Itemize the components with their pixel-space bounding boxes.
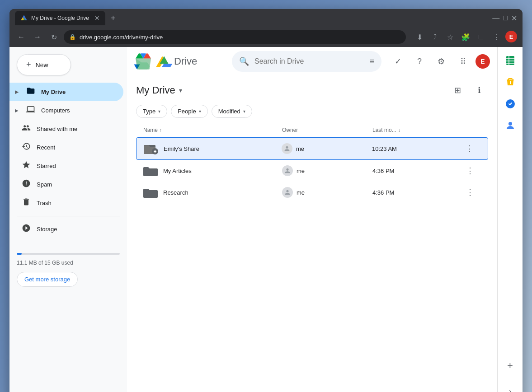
modified-column-header[interactable]: Last mo... ↓ <box>372 127 463 133</box>
app-name: Drive <box>174 56 197 67</box>
file-name-cell: Emily's Share <box>144 141 282 156</box>
collapse-sidebar-button[interactable]: › <box>500 381 520 392</box>
minimize-button[interactable]: — <box>492 14 499 23</box>
drive-logo-group: Drive <box>156 54 197 69</box>
svg-rect-2 <box>506 56 514 65</box>
address-bar[interactable]: 🔒 drive.google.com/drive/my-drive <box>64 30 406 44</box>
extensions-icon[interactable]: 🧩 <box>459 31 472 43</box>
file-name-cell: My Articles <box>143 163 282 178</box>
sidebar-item-starred[interactable]: Starred <box>9 157 123 175</box>
new-button[interactable]: + New <box>17 54 71 75</box>
apps-icon[interactable]: ⠿ <box>454 52 472 70</box>
app-header: Drive 🔍 ≡ ✓ ? ⚙ ⠿ E <box>127 47 497 76</box>
file-name-text: Emily's Share <box>164 145 199 152</box>
people-filter-label: People <box>178 108 196 115</box>
add-apps-button[interactable]: + <box>500 356 520 376</box>
back-button[interactable]: ← <box>15 31 28 43</box>
search-icon: 🔍 <box>239 56 249 66</box>
sidebar-item-storage[interactable]: Storage <box>9 220 123 238</box>
search-box[interactable]: 🔍 ≡ <box>232 51 381 72</box>
file-name-cell: Research <box>143 185 282 200</box>
spam-label: Spam <box>37 181 52 188</box>
type-filter-button[interactable]: Type ▾ <box>136 105 167 118</box>
more-options-button[interactable]: ⋮ <box>463 185 477 200</box>
close-button[interactable]: ✕ <box>511 14 517 23</box>
storage-icon <box>21 224 31 235</box>
menu-icon[interactable]: ⋮ <box>490 31 503 43</box>
name-col-label: Name <box>143 127 158 133</box>
get-storage-button[interactable]: Get more storage <box>17 272 78 287</box>
bookmark-icon[interactable]: ☆ <box>444 31 457 43</box>
shared-icon <box>21 123 31 135</box>
grid-view-button[interactable]: ⊞ <box>448 81 466 99</box>
title-dropdown-icon[interactable]: ▾ <box>179 87 182 94</box>
table-row[interactable]: Emily's Share me 10:23 AM ⋮ <box>136 137 488 160</box>
filter-row: Type ▾ People ▾ Modified ▾ <box>136 105 488 123</box>
sidebar-item-computers[interactable]: ▶ Computers <box>9 101 123 120</box>
sidebar-item-recent[interactable]: Recent <box>9 138 123 157</box>
refresh-button[interactable]: ↻ <box>47 31 60 43</box>
toolbar-actions: ⬇ ⤴ ☆ 🧩 □ ⋮ E <box>413 31 517 43</box>
forward-button[interactable]: → <box>31 31 44 43</box>
modified-filter-button[interactable]: Modified ▾ <box>212 105 252 118</box>
owner-column-header[interactable]: Owner <box>282 127 372 133</box>
search-input[interactable] <box>254 57 364 65</box>
sidebar-item-shared[interactable]: Shared with me <box>9 120 123 138</box>
starred-label: Starred <box>37 163 56 169</box>
people-filter-button[interactable]: People ▾ <box>171 105 207 118</box>
owner-text: me <box>297 189 305 196</box>
maximize-button[interactable]: □ <box>503 14 508 23</box>
file-name-text: My Articles <box>163 168 192 174</box>
window-controls: — □ ✕ <box>492 14 517 23</box>
sidebar-item-trash[interactable]: Trash <box>9 194 123 212</box>
shared-label: Shared with me <box>37 126 77 132</box>
owner-col-label: Owner <box>282 127 298 133</box>
tasks-icon-button[interactable] <box>500 94 520 114</box>
more-options-button[interactable]: ⋮ <box>462 141 477 156</box>
owner-cell: me <box>282 187 372 198</box>
tab-favicon <box>20 14 28 22</box>
user-avatar[interactable]: E <box>476 54 490 69</box>
modified-filter-arrow: ▾ <box>243 109 245 114</box>
table-row[interactable]: Research me 4:36 PM ⋮ <box>136 182 488 203</box>
name-sort-icon: ↑ <box>160 128 162 133</box>
search-filter-icon[interactable]: ≡ <box>369 57 374 66</box>
new-button-label: New <box>36 61 48 69</box>
page-title-text: My Drive <box>136 84 175 96</box>
storage-bar-fill <box>17 253 22 255</box>
tab-close-button[interactable]: ✕ <box>94 14 100 22</box>
browser-tab[interactable]: My Drive - Google Drive ✕ <box>15 11 105 25</box>
folder-icon <box>143 185 158 200</box>
new-tab-button[interactable]: + <box>111 14 116 23</box>
sidebar-divider <box>17 216 120 216</box>
name-column-header[interactable]: Name ↑ <box>143 127 282 133</box>
help-icon[interactable]: ? <box>410 52 428 70</box>
keep-icon-button[interactable] <box>500 72 520 92</box>
sidebar-toggle-icon[interactable]: □ <box>475 31 487 43</box>
share-icon[interactable]: ⤴ <box>428 31 441 43</box>
right-sidebar: + › <box>497 47 523 392</box>
contacts-icon-button[interactable] <box>500 116 520 135</box>
new-plus-icon: + <box>26 60 31 70</box>
table-row[interactable]: My Articles me 4:36 PM ⋮ <box>136 160 488 182</box>
expand-icon-computers: ▶ <box>15 108 19 113</box>
storage-bar-background <box>17 253 120 255</box>
sheets-icon-button[interactable] <box>500 51 520 70</box>
svg-point-8 <box>508 122 512 126</box>
info-button[interactable]: ℹ <box>470 81 488 99</box>
check-circle-icon[interactable]: ✓ <box>389 52 407 70</box>
sidebar-item-spam[interactable]: Spam <box>9 175 123 194</box>
file-name-text: Research <box>163 189 188 196</box>
more-options-button[interactable]: ⋮ <box>463 163 477 178</box>
folder-icon <box>143 163 158 178</box>
drive-logo: Drive <box>134 52 225 70</box>
view-controls: ⊞ ℹ <box>448 81 488 99</box>
browser-titlebar: My Drive - Google Drive ✕ + — □ ✕ <box>9 9 523 27</box>
browser-profile-avatar[interactable]: E <box>505 31 517 42</box>
settings-icon[interactable]: ⚙ <box>432 52 450 70</box>
screenshot-icon[interactable]: ⬇ <box>413 31 426 43</box>
trash-icon <box>21 197 31 209</box>
computers-label: Computers <box>41 107 70 114</box>
owner-text: me <box>296 145 304 152</box>
sidebar-item-my-drive[interactable]: ▶ My Drive <box>9 83 123 101</box>
